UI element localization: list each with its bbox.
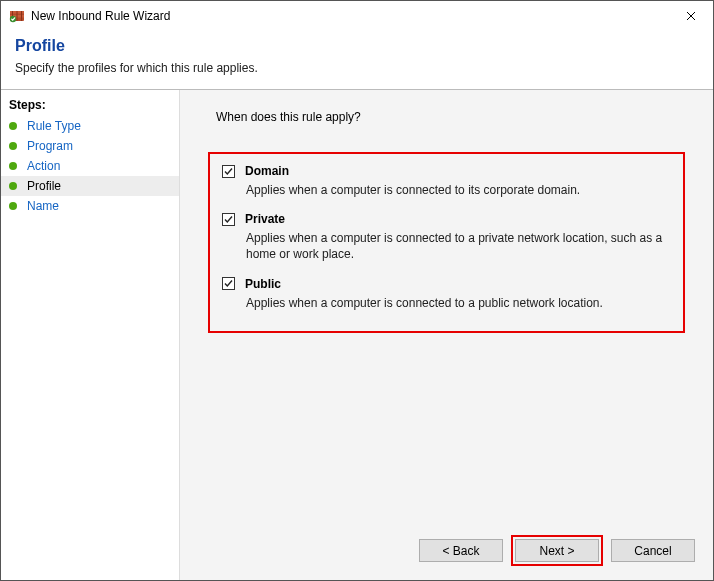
- svg-rect-4: [17, 11, 18, 21]
- option-name: Domain: [245, 164, 289, 178]
- svg-rect-5: [21, 11, 22, 21]
- step-label: Profile: [27, 179, 61, 193]
- step-label: Action: [27, 159, 60, 173]
- step-bullet-icon: [9, 142, 17, 150]
- steps-heading: Steps:: [1, 96, 179, 116]
- cancel-button[interactable]: Cancel: [611, 539, 695, 562]
- private-checkbox[interactable]: [222, 213, 235, 226]
- step-label: Program: [27, 139, 73, 153]
- close-button[interactable]: [669, 1, 713, 31]
- step-name[interactable]: Name: [1, 196, 179, 216]
- content-question: When does this rule apply?: [216, 110, 689, 124]
- step-label: Name: [27, 199, 59, 213]
- wizard-footer: < Back Next > Cancel: [419, 535, 695, 566]
- close-icon: [686, 11, 696, 21]
- wizard-header: Profile Specify the profiles for which t…: [1, 31, 713, 90]
- step-profile[interactable]: Profile: [1, 176, 179, 196]
- step-label: Rule Type: [27, 119, 81, 133]
- option-domain: Domain Applies when a computer is connec…: [222, 164, 671, 198]
- step-bullet-icon: [9, 182, 17, 190]
- check-icon: [223, 278, 234, 289]
- check-icon: [223, 214, 234, 225]
- option-name: Private: [245, 212, 285, 226]
- wizard-window: New Inbound Rule Wizard Profile Specify …: [0, 0, 714, 581]
- step-action[interactable]: Action: [1, 156, 179, 176]
- option-description: Applies when a computer is connected to …: [246, 230, 671, 262]
- option-name: Public: [245, 277, 281, 291]
- step-bullet-icon: [9, 122, 17, 130]
- option-description: Applies when a computer is connected to …: [246, 295, 671, 311]
- wizard-body: Steps: Rule Type Program Action Profile …: [1, 90, 713, 580]
- page-title: Profile: [15, 37, 699, 55]
- step-program[interactable]: Program: [1, 136, 179, 156]
- option-public: Public Applies when a computer is connec…: [222, 277, 671, 311]
- firewall-icon: [9, 8, 25, 24]
- wizard-content: When does this rule apply? Domain Applie…: [179, 90, 713, 580]
- back-button[interactable]: < Back: [419, 539, 503, 562]
- option-private: Private Applies when a computer is conne…: [222, 212, 671, 262]
- domain-checkbox[interactable]: [222, 165, 235, 178]
- window-title: New Inbound Rule Wizard: [31, 9, 669, 23]
- next-button[interactable]: Next >: [515, 539, 599, 562]
- option-description: Applies when a computer is connected to …: [246, 182, 671, 198]
- step-rule-type[interactable]: Rule Type: [1, 116, 179, 136]
- options-highlight: Domain Applies when a computer is connec…: [208, 152, 685, 333]
- step-bullet-icon: [9, 202, 17, 210]
- titlebar: New Inbound Rule Wizard: [1, 1, 713, 31]
- step-bullet-icon: [9, 162, 17, 170]
- page-description: Specify the profiles for which this rule…: [15, 61, 699, 75]
- next-highlight: Next >: [511, 535, 603, 566]
- check-icon: [223, 166, 234, 177]
- steps-sidebar: Steps: Rule Type Program Action Profile …: [1, 90, 179, 580]
- public-checkbox[interactable]: [222, 277, 235, 290]
